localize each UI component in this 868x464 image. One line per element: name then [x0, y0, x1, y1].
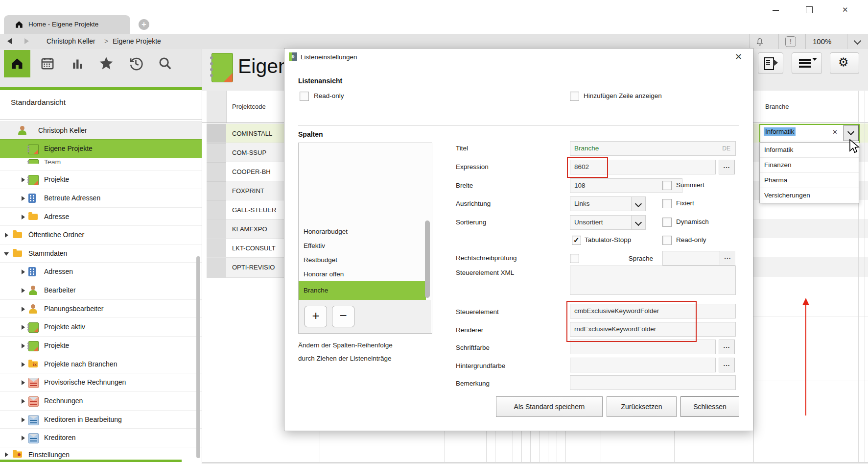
expand-icon[interactable]	[22, 343, 25, 348]
calendar-icon[interactable]	[40, 56, 55, 71]
expand-icon[interactable]	[22, 177, 25, 182]
dropdown-option[interactable]: Finanzen	[760, 157, 859, 172]
bemerkung-field[interactable]	[570, 375, 736, 390]
expand-icon[interactable]	[22, 436, 25, 440]
tree-item-stammdaten[interactable]: Stammdaten	[0, 244, 202, 263]
add-column-button[interactable]: +	[305, 306, 327, 327]
tree-item-einstellungen[interactable]: Einstellungen	[0, 447, 202, 460]
titel-field[interactable]: Branche DE	[570, 141, 736, 156]
tree-item-betreute-adressen[interactable]: Betreute Adressen	[0, 189, 202, 207]
tab-home[interactable]: Home - Eigene Projekte	[4, 15, 130, 34]
sprache-field[interactable]: ...	[662, 251, 735, 266]
expand-icon[interactable]	[22, 215, 25, 220]
expression-ellipsis-button[interactable]: ...	[719, 160, 735, 174]
search-icon[interactable]	[158, 56, 172, 71]
tree-item-provisorische-rechnungen[interactable]: Provisorische Rechnungen	[0, 373, 202, 391]
maximize-button[interactable]	[802, 4, 817, 16]
add-row-checkbox[interactable]	[570, 92, 579, 101]
expand-icon[interactable]	[22, 325, 25, 330]
spellcheck-checkbox[interactable]	[570, 254, 579, 263]
tree-item-rechnungen[interactable]: Rechnungen	[0, 391, 202, 410]
favorites-star-icon[interactable]	[98, 55, 114, 71]
expand-icon[interactable]	[5, 233, 8, 238]
sprache-ellipsis-button[interactable]: ...	[720, 251, 735, 265]
column-item[interactable]: Honorar offen	[299, 267, 423, 281]
save-as-default-button[interactable]: Als Standard speichern	[496, 396, 603, 417]
expand-icon[interactable]	[22, 380, 25, 385]
tree-item-bearbeiter[interactable]: Bearbeiter	[0, 281, 202, 299]
dropdown-option[interactable]: Versicherungen	[760, 188, 859, 203]
ausrichtung-select[interactable]: Links	[570, 196, 646, 211]
chart-icon[interactable]	[70, 56, 85, 71]
row-selector[interactable]	[207, 200, 226, 220]
row-selector[interactable]	[207, 258, 226, 278]
branche-combo-editor[interactable]: Informatik ✕	[759, 124, 860, 143]
column-header-projektcode[interactable]: Projektcode	[232, 91, 266, 122]
expand-icon[interactable]	[22, 196, 25, 201]
column-item[interactable]: Restbudget	[299, 253, 423, 267]
tabulator-stopp-checkbox[interactable]	[572, 236, 581, 245]
combo-value[interactable]: Informatik	[764, 127, 796, 136]
hintergrundfarbe-field[interactable]	[570, 358, 716, 372]
expand-icon[interactable]	[22, 362, 25, 367]
close-dialog-button[interactable]: Schliessen	[680, 396, 739, 417]
hintergrundfarbe-ellipsis-button[interactable]: ...	[719, 358, 735, 372]
fixiert-checkbox[interactable]	[662, 199, 672, 208]
remove-column-button[interactable]: −	[332, 306, 354, 327]
sidebar-scrollbar[interactable]	[196, 256, 200, 458]
tree-item-adressen[interactable]: Adressen	[0, 262, 202, 281]
expand-icon[interactable]	[22, 399, 25, 404]
history-icon[interactable]	[128, 56, 143, 71]
row-selector[interactable]	[207, 239, 226, 258]
tree-item-christoph-keller[interactable]: Christoph Keller	[0, 121, 202, 140]
notifications-bell-icon[interactable]	[755, 37, 764, 47]
tree-item-projekte-nach-branchen[interactable]: Projekte nach Branchen	[0, 355, 202, 373]
minimize-button[interactable]	[769, 4, 783, 16]
breadcrumb-item-user[interactable]: Christoph Keller	[47, 34, 95, 49]
expand-icon[interactable]	[22, 269, 25, 274]
expand-icon[interactable]	[22, 307, 25, 312]
tree-item-oeffentliche-ordner[interactable]: Öffentliche Ordner	[0, 225, 202, 244]
dropdown-option[interactable]: Pharma	[760, 172, 859, 188]
list-options-button[interactable]	[792, 52, 822, 74]
expand-icon[interactable]	[22, 288, 25, 293]
row-selector[interactable]	[207, 124, 226, 144]
back-icon[interactable]	[7, 38, 12, 44]
settings-button[interactable]: ⚙	[830, 52, 859, 74]
forward-icon[interactable]	[24, 38, 29, 44]
column-item[interactable]: Honorarbudget	[299, 224, 423, 239]
column-item-selected[interactable]: Branche	[299, 281, 426, 300]
row-selector[interactable]	[207, 220, 226, 239]
breadcrumb-item-page[interactable]: Eigene Projekte	[113, 34, 161, 49]
tree-item-projekte-aktiv[interactable]: Projekte aktiv	[0, 317, 202, 336]
tree-item-eigene-projekte[interactable]: Eigene Projekte	[0, 139, 202, 158]
chevron-down-icon[interactable]	[631, 197, 645, 211]
row-selector[interactable]	[207, 162, 226, 182]
clear-icon[interactable]: ✕	[832, 128, 838, 136]
reset-button[interactable]: Zurücksetzen	[607, 396, 677, 417]
row-selector[interactable]	[207, 143, 226, 163]
steuerelement-xml-field[interactable]	[570, 266, 736, 295]
expand-icon[interactable]	[5, 452, 8, 457]
tree-item-projekte[interactable]: Projekte	[0, 170, 202, 189]
row-selector[interactable]	[207, 181, 226, 201]
tree-item-projekte-2[interactable]: Projekte	[0, 336, 202, 355]
chevron-down-icon[interactable]	[631, 216, 645, 229]
report-button[interactable]	[758, 52, 783, 74]
column-header-branche[interactable]: Branche	[765, 91, 789, 122]
close-button[interactable]: ✕	[838, 4, 853, 16]
tree-item-kreditoren-in-bearbeitung[interactable]: Kreditoren in Bearbeitung	[0, 410, 202, 429]
summiert-checkbox[interactable]	[662, 181, 672, 190]
tree-item-team-clipped[interactable]: Team	[0, 158, 202, 164]
dropdown-option[interactable]: Informatik	[760, 143, 859, 157]
dynamisch-checkbox[interactable]	[662, 218, 672, 227]
tree-item-adresse[interactable]: Adresse	[0, 207, 202, 226]
tree-item-planungsbearbeiter[interactable]: Planungsbearbeiter	[0, 299, 202, 318]
nav-home-button[interactable]	[4, 50, 30, 77]
listbox-scrollbar[interactable]	[425, 220, 430, 298]
readonly2-checkbox[interactable]	[662, 236, 672, 245]
columns-listbox[interactable]: Honorarbudget Effektiv Restbudget Honora…	[298, 143, 432, 334]
new-tab-button[interactable]: +	[139, 19, 149, 30]
tree-item-kreditoren[interactable]: Kreditoren	[0, 428, 202, 447]
dialog-close-icon[interactable]: ✕	[735, 51, 742, 62]
